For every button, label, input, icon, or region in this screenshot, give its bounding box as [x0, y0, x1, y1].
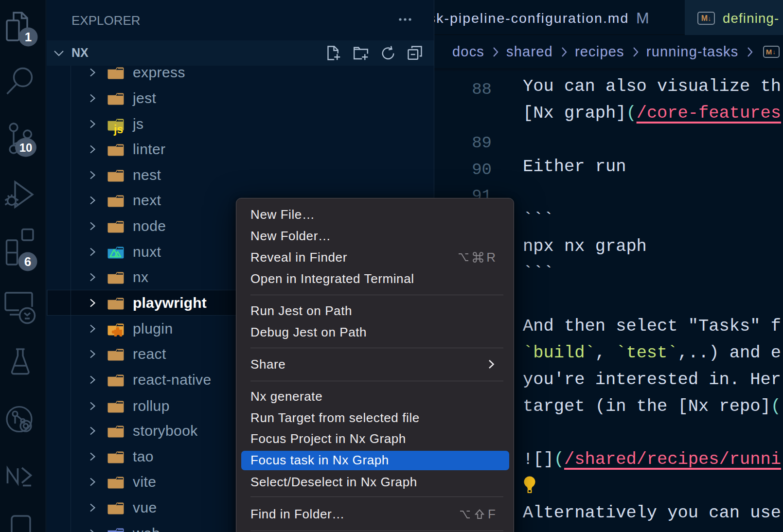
svg-text:6: 6 [24, 254, 31, 269]
svg-text:1: 1 [25, 30, 32, 44]
svg-text:js: js [113, 123, 123, 136]
svg-text:10: 10 [19, 141, 33, 154]
